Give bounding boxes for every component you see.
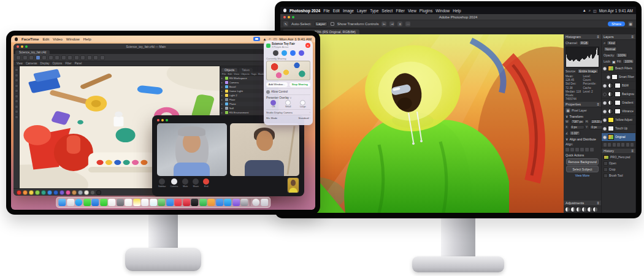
viewport-menu-filter[interactable]: Filter: [65, 62, 71, 65]
minimize-window-button[interactable]: [161, 119, 164, 121]
transform-controls-checkbox[interactable]: [331, 22, 334, 26]
adjustment-preset-icon[interactable]: [577, 207, 581, 212]
layer-visibility-eye-icon[interactable]: [603, 93, 607, 96]
expander-caret-icon[interactable]: ▸: [221, 81, 224, 84]
dock-app-store-icon[interactable]: [224, 199, 231, 206]
viewport-menu-options[interactable]: Options: [53, 62, 63, 65]
layer-visibility-eye-icon[interactable]: [603, 118, 607, 122]
align-section-label[interactable]: Align and Distribute: [569, 137, 596, 141]
layer-row[interactable]: Touch Up: [602, 125, 635, 133]
material-swatch[interactable]: [78, 190, 83, 195]
leave-call-button[interactable]: ✕: [305, 43, 310, 48]
apple-logo-icon[interactable]: [283, 9, 286, 12]
objects-menu-file[interactable]: File: [222, 72, 226, 75]
shared-screen-thumbnail[interactable]: [266, 61, 310, 80]
c4d-render-settings-icon[interactable]: [67, 55, 72, 60]
dock-messages-icon[interactable]: [83, 199, 91, 206]
dock-camera-icon[interactable]: [117, 199, 124, 206]
opacity-field[interactable]: 100%: [616, 53, 627, 58]
dock-launchpad-icon[interactable]: [67, 199, 74, 206]
facetime-mute-button[interactable]: Mute: [182, 178, 188, 188]
screen-sharing-status-icon[interactable]: [253, 37, 260, 41]
material-swatch[interactable]: [66, 190, 71, 195]
menu-type[interactable]: Type: [370, 9, 378, 13]
material-swatch[interactable]: [96, 190, 101, 195]
material-swatch[interactable]: [17, 190, 21, 195]
facetime-camera-button[interactable]: Camera: [170, 178, 178, 188]
facetime-share-button[interactable]: Share: [193, 178, 199, 188]
dock-find-my-icon[interactable]: [166, 199, 174, 206]
adjustment-preset-icon[interactable]: [571, 207, 575, 212]
history-step[interactable]: Open: [602, 160, 635, 166]
adjustment-preset-icon[interactable]: [593, 207, 597, 212]
menu-view[interactable]: View: [408, 9, 416, 13]
layer-visibility-eye-icon[interactable]: [603, 127, 607, 131]
c4d-undo-icon[interactable]: [16, 55, 21, 60]
objects-menu-tags[interactable]: Tags: [251, 72, 256, 75]
photoshop-canvas[interactable]: [287, 34, 564, 213]
menu-window[interactable]: Window: [435, 9, 450, 13]
share-button[interactable]: Share: [608, 21, 625, 26]
layer-visibility-eye-icon[interactable]: [603, 84, 607, 88]
layer-row[interactable]: Smart Filters: [602, 73, 635, 82]
viewport-menu-panel[interactable]: Panel: [75, 62, 82, 65]
adjustment-preset-icon[interactable]: [565, 207, 570, 212]
group-icon[interactable]: [621, 143, 624, 147]
c4d-side-tool-icon[interactable]: [15, 79, 18, 82]
menu-bar-clock[interactable]: Mon Apr 1 9:41 AM: [599, 9, 633, 13]
c4d-side-tool-icon[interactable]: [15, 105, 18, 109]
field-value[interactable]: 7087 px: [570, 120, 585, 124]
viewport-menu-cameras[interactable]: Cameras: [26, 62, 37, 65]
dock-music-icon[interactable]: [174, 199, 182, 206]
c4d-edit-render-settings-icon[interactable]: [74, 55, 79, 60]
lock-icon[interactable]: ▣: [612, 59, 616, 64]
wifi-icon[interactable]: ▲: [583, 9, 586, 12]
video-button[interactable]: [290, 50, 296, 56]
layer-row[interactable]: Vibrance 1: [602, 107, 635, 116]
blend-mode-dropdown[interactable]: Normal: [604, 47, 617, 52]
history-snapshot-row[interactable]: PRO_Hero.psd: [602, 154, 635, 160]
material-swatch[interactable]: [23, 190, 28, 195]
new-layer-icon[interactable]: [626, 143, 629, 147]
dock-photos-icon[interactable]: [108, 199, 115, 206]
dock-system-settings-icon[interactable]: [240, 199, 248, 206]
histogram-panel-header[interactable]: Histogram≡: [564, 34, 601, 40]
dock-trash-icon[interactable]: [261, 199, 268, 206]
workspace-switcher-icon[interactable]: ▦: [628, 21, 633, 26]
dock-mail-icon[interactable]: [91, 199, 99, 206]
layer-visibility-eye-icon[interactable]: [603, 110, 607, 113]
adjustments-panel-header[interactable]: Adjustments≡: [564, 201, 601, 206]
c4d-live-selection-icon[interactable]: [29, 55, 34, 60]
menu-file[interactable]: File: [323, 9, 329, 13]
align-option-icon[interactable]: [590, 148, 594, 151]
expander-caret-icon[interactable]: ▸: [221, 98, 224, 101]
dock-browser-icon[interactable]: [252, 199, 259, 206]
expander-caret-icon[interactable]: ▸: [221, 85, 224, 88]
align-option-icon[interactable]: [565, 148, 569, 151]
c4d-side-tool-icon[interactable]: [15, 84, 18, 88]
layer-visibility-eye-icon[interactable]: [603, 136, 607, 139]
expander-caret-icon[interactable]: ▸: [221, 102, 224, 105]
material-swatch[interactable]: [90, 190, 95, 195]
overlay-option-large[interactable]: Large: [300, 100, 306, 109]
distribute-icon[interactable]: ≡: [397, 21, 402, 26]
link-icon[interactable]: [604, 143, 607, 147]
mic-button[interactable]: [273, 50, 278, 56]
control-center-icon[interactable]: ◫: [593, 9, 597, 13]
field-value[interactable]: 0 px: [570, 125, 585, 129]
expander-caret-icon[interactable]: ▸: [221, 111, 224, 114]
menu-edit[interactable]: Edit: [333, 9, 340, 13]
menu-help[interactable]: Help: [83, 37, 91, 41]
material-swatch[interactable]: [47, 190, 52, 195]
dock-safari-icon[interactable]: [75, 199, 82, 206]
dock-tv-icon[interactable]: [191, 199, 198, 206]
channel-dropdown[interactable]: RGB: [579, 40, 589, 45]
c4d-side-tool-icon[interactable]: [15, 115, 18, 119]
c4d-side-tool-icon[interactable]: [15, 89, 18, 93]
add-window-button[interactable]: Add Window...: [266, 82, 288, 87]
layer-mask-icon[interactable]: [613, 143, 616, 147]
c4d-rotate-icon[interactable]: [48, 55, 53, 60]
material-swatch[interactable]: [41, 190, 46, 195]
expander-caret-icon[interactable]: ▸: [221, 90, 224, 93]
select-subject-button[interactable]: Select Subject: [566, 166, 599, 172]
